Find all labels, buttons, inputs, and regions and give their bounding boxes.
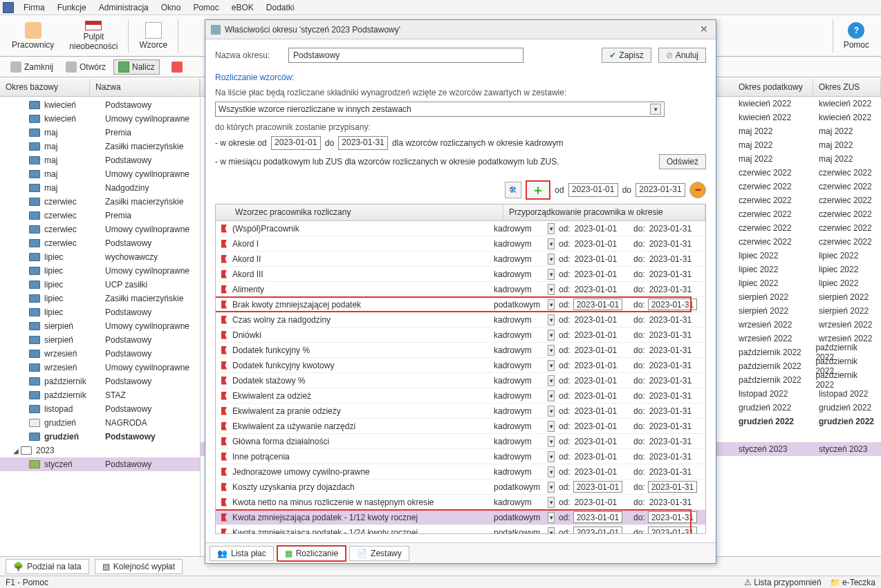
zapisz-button[interactable]: ✔Zapisz (602, 48, 651, 63)
warning-button[interactable] (167, 59, 187, 75)
wzorzec-row[interactable]: Kwota zmniejszająca podatek - 1/12 kwoty… (216, 510, 705, 525)
chevron-down-icon[interactable]: ▾ (548, 527, 555, 535)
collapse-icon[interactable]: ◢ (12, 447, 19, 455)
wzorzec-row[interactable]: Inne potrącenia kadrowym ▾ od:2023-01-01… (216, 449, 705, 464)
menu-dodatki[interactable]: Dodatki (261, 1, 300, 14)
period-row[interactable]: czerwiecPodstawowy (0, 236, 200, 250)
chevron-down-icon[interactable]: ▾ (548, 497, 555, 508)
add-button[interactable]: ＋ (526, 180, 550, 200)
nazwa-okresu-input[interactable] (288, 48, 523, 63)
filter-do-field[interactable]: 2023-01-31 (636, 183, 685, 197)
tab-kolejnosc-wyplat[interactable]: ▤ Kolejność wypłat (95, 559, 183, 574)
wzorzec-row[interactable]: Dodatek stażowy % kadrowym ▾ od:2023-01-… (216, 373, 705, 388)
okres-do-field[interactable]: 2023-01-31 (338, 136, 388, 150)
wzorzec-row[interactable]: Dodatek funkcyjny kwotowy kadrowym ▾ od:… (216, 358, 705, 373)
period-row[interactable]: wrzesieńPodstawowy (0, 347, 200, 361)
chevron-down-icon[interactable]: ▾ (548, 269, 555, 280)
wzorzec-row[interactable]: Czas wolny za nadgodziny kadrowym ▾ od:2… (216, 312, 705, 328)
tab-zestawy[interactable]: 📄 Zestawy (349, 546, 409, 561)
wzorzec-row[interactable]: Ekwiwalent za pranie odzieży kadrowym ▾ … (216, 404, 705, 419)
otworz-button[interactable]: Otwórz (61, 59, 111, 75)
settings-button[interactable]: 🛠 (505, 182, 521, 198)
chevron-down-icon[interactable]: ▾ (548, 375, 555, 386)
chevron-down-icon[interactable]: ▾ (548, 254, 555, 265)
remove-button[interactable]: ━ (689, 182, 706, 198)
wzorzec-row[interactable]: Brak kwoty zmniejszającej podatek podatk… (216, 297, 705, 312)
wzorzec-row[interactable]: Dniówki kadrowym ▾ od:2023-01-01 do:2023… (216, 328, 705, 343)
nalicz-button[interactable]: Nalicz (113, 59, 160, 75)
wzorzec-row[interactable]: Ekwiwalent za używanie narzędzi kadrowym… (216, 419, 705, 434)
wzorzec-row[interactable]: Główna forma działalności kadrowym ▾ od:… (216, 434, 705, 449)
wzorce-button[interactable]: Wzorce (131, 17, 175, 55)
tab-podzial-na-lata[interactable]: 🌳 Podział na lata (6, 559, 89, 574)
wzorzec-row[interactable]: Akord I kadrowym ▾ od:2023-01-01 do:2023… (216, 236, 705, 252)
period-row[interactable]: listopadPodstawowy (0, 402, 200, 416)
col-okres-zus[interactable]: Okres ZUS (813, 79, 881, 96)
period-tree[interactable]: kwiecieńPodstawowykwiecieńUmowy cywilnop… (0, 97, 200, 560)
period-row[interactable]: grudzieńPodstawowy (0, 430, 200, 444)
chevron-down-icon[interactable]: ▾ (548, 284, 555, 295)
close-icon[interactable]: ✕ (698, 23, 710, 36)
status-lista-przypomnien[interactable]: ⚠ Lista przypomnień (744, 578, 822, 587)
zamknij-button[interactable]: Zamknij (6, 59, 58, 75)
wzorce-grid[interactable]: Wzorzec pracownika rozliczany Przyporząd… (215, 204, 706, 534)
period-row[interactable]: majPodstawowy (0, 153, 200, 167)
period-row[interactable]: lipiecPodstawowy (0, 305, 200, 319)
period-row[interactable]: majZasiłki macierzyńskie (0, 140, 200, 153)
period-row[interactable]: październikSTAZ (0, 388, 200, 402)
col-przyporzadkowanie[interactable]: Przyporządkowanie pracownika w okresie (503, 205, 705, 220)
okres-od-field[interactable]: 2023-01-01 (271, 136, 321, 150)
chevron-down-icon[interactable]: ▾ (548, 482, 555, 493)
period-row[interactable]: wrzesieńUmowy cywilnoprawne (0, 361, 200, 374)
period-row[interactable]: grudzieńNAGRODA (0, 416, 200, 430)
period-row[interactable]: lipiecUCP zasiłki (0, 278, 200, 292)
wzorzec-row[interactable]: Jednorazowe umowy cywilno-prawne kadrowy… (216, 464, 705, 480)
wzorzec-row[interactable]: Alimenty kadrowym ▾ od:2023-01-01 do:202… (216, 282, 705, 297)
chevron-down-icon[interactable]: ▾ (548, 345, 555, 356)
period-row[interactable]: sierpieńUmowy cywilnoprawne (0, 319, 200, 333)
period-row-selected[interactable]: styczeńPodstawowy (0, 457, 200, 471)
menu-firma[interactable]: Firma (18, 1, 50, 14)
wzorzec-row[interactable]: Kwota netto na minus rozliczenie w nastę… (216, 495, 705, 510)
period-row[interactable]: czerwiecUmowy cywilnoprawne (0, 222, 200, 236)
period-row[interactable]: lipiecZasiłki macierzyńskie (0, 292, 200, 305)
anuluj-button[interactable]: ⊘Anuluj (658, 48, 706, 63)
wzorzec-row[interactable]: Dodatek funkcyjny % kadrowym ▾ od:2023-0… (216, 343, 705, 358)
menu-ebok[interactable]: eBOK (226, 1, 259, 14)
menu-okno[interactable]: Okno (156, 1, 187, 14)
period-row[interactable]: czerwiecPremia (0, 209, 200, 222)
pulpit-button[interactable]: Pulpit nieobecności (62, 17, 125, 55)
wzorzec-row[interactable]: Ekwiwalent za odzież kadrowym ▾ od:2023-… (216, 388, 705, 404)
status-e-teczka[interactable]: 📁 e-Teczka (830, 578, 875, 587)
period-row[interactable]: sierpieńPodstawowy (0, 333, 200, 347)
menu-pomoc[interactable]: Pomoc (187, 1, 224, 14)
wzorzec-row[interactable]: Koszty uzyskania przy dojazdach podatkow… (216, 480, 705, 495)
period-row[interactable]: lipiecUmowy cywilnoprawne (0, 264, 200, 278)
chevron-down-icon[interactable]: ▾ (548, 406, 555, 417)
period-row[interactable]: majPremia (0, 126, 200, 140)
period-row[interactable]: październikPodstawowy (0, 374, 200, 388)
period-row[interactable]: czerwiecZasiłki macierzyńskie (0, 195, 200, 209)
wzorzec-row[interactable]: Akord III kadrowym ▾ od:2023-01-01 do:20… (216, 267, 705, 282)
wzorzec-row[interactable]: Akord II kadrowym ▾ od:2023-01-01 do:202… (216, 252, 705, 267)
chevron-down-icon[interactable]: ▾ (548, 451, 555, 462)
col-wzorzec[interactable]: Wzorzec pracownika rozliczany (216, 205, 503, 220)
chevron-down-icon[interactable]: ▾ (548, 330, 555, 341)
menu-administracja[interactable]: Administracja (93, 1, 154, 14)
chevron-down-icon[interactable]: ▾ (548, 299, 555, 310)
filter-od-field[interactable]: 2023-01-01 (568, 183, 618, 197)
chevron-down-icon[interactable]: ▾ (548, 421, 555, 432)
tab-rozliczanie[interactable]: ▦ Rozliczanie (277, 545, 346, 562)
chevron-down-icon[interactable]: ▾ (548, 512, 555, 523)
wzorzec-row[interactable]: Kwota zmniejszająca podatek - 1/24 kwoty… (216, 525, 705, 534)
period-row[interactable]: majUmowy cywilnoprawne (0, 167, 200, 181)
col-okres-podatkowy[interactable]: Okres podatkowy (733, 79, 813, 96)
chevron-down-icon[interactable]: ▾ (548, 223, 555, 234)
pomoc-button[interactable]: ? Pomoc (836, 17, 877, 55)
odswiez-button[interactable]: Odśwież (659, 154, 706, 169)
year-row[interactable]: ◢2023 (0, 444, 200, 457)
period-row[interactable]: kwiecieńUmowy cywilnoprawne (0, 112, 200, 126)
chevron-down-icon[interactable]: ▾ (548, 314, 555, 325)
pracownicy-button[interactable]: Pracownicy (4, 17, 62, 55)
chevron-down-icon[interactable]: ▾ (548, 466, 555, 477)
